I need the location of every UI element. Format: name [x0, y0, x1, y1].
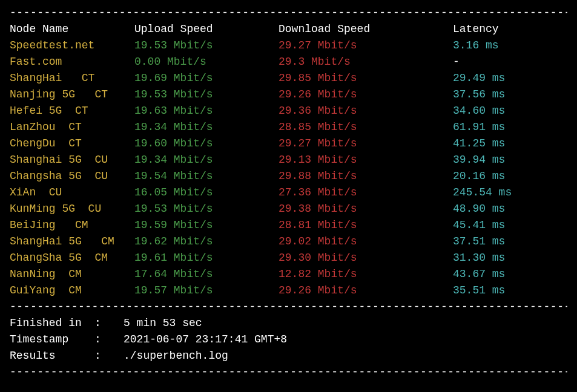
node-name: Nanjing 5G CT [10, 87, 134, 103]
download-speed: 29.27 Mbit/s [279, 136, 453, 152]
table-row: NanNing CM17.64 Mbit/s12.82 Mbit/s43.67 … [10, 266, 567, 283]
footer-sep: : [94, 348, 124, 364]
upload-speed: 19.61 Mbit/s [134, 250, 279, 266]
latency: - [453, 54, 567, 70]
download-speed: 12.82 Mbit/s [279, 266, 453, 283]
upload-speed: 19.53 Mbit/s [134, 38, 279, 54]
node-name: LanZhou CT [10, 119, 134, 136]
node-name: Speedtest.net [10, 38, 134, 54]
latency: 34.60 ms [453, 103, 567, 119]
latency: 37.56 ms [453, 87, 567, 103]
table-row: Shanghai 5G CU19.34 Mbit/s29.13 Mbit/s39… [10, 152, 567, 168]
footer-finished: Finished in : 5 min 53 sec [10, 315, 567, 332]
upload-speed: 19.34 Mbit/s [134, 119, 279, 136]
node-name: Hefei 5G CT [10, 103, 134, 119]
latency: 61.91 ms [453, 119, 567, 136]
download-speed: 29.38 Mbit/s [279, 201, 453, 217]
upload-speed: 19.69 Mbit/s [134, 70, 279, 87]
latency: 37.51 ms [453, 234, 567, 250]
table-row: GuiYang CM19.57 Mbit/s29.26 Mbit/s35.51 … [10, 283, 567, 299]
divider-top: ----------------------------------------… [10, 5, 567, 21]
upload-speed: 16.05 Mbit/s [134, 185, 279, 201]
finished-label: Finished in [10, 315, 94, 332]
download-speed: 29.30 Mbit/s [279, 250, 453, 266]
download-speed: 29.26 Mbit/s [279, 283, 453, 299]
table-row: ChengDu CT19.60 Mbit/s29.27 Mbit/s41.25 … [10, 136, 567, 152]
latency: 3.16 ms [453, 38, 567, 54]
download-speed: 29.27 Mbit/s [279, 38, 453, 54]
results-value: ./superbench.log [124, 348, 228, 364]
download-speed: 28.85 Mbit/s [279, 119, 453, 136]
upload-speed: 19.59 Mbit/s [134, 217, 279, 234]
node-name: Fast.com [10, 54, 134, 70]
download-speed: 28.81 Mbit/s [279, 217, 453, 234]
divider-mid: ----------------------------------------… [10, 299, 567, 315]
timestamp-value: 2021-06-07 23:17:41 GMT+8 [124, 332, 287, 348]
node-name: ChengDu CT [10, 136, 134, 152]
table-row: Fast.com0.00 Mbit/s29.3 Mbit/s- [10, 54, 567, 70]
download-speed: 29.26 Mbit/s [279, 87, 453, 103]
upload-speed: 19.60 Mbit/s [134, 136, 279, 152]
upload-speed: 19.57 Mbit/s [134, 283, 279, 299]
header-node: Node Name [10, 21, 134, 38]
table-row: Hefei 5G CT19.63 Mbit/s29.36 Mbit/s34.60… [10, 103, 567, 119]
latency: 48.90 ms [453, 201, 567, 217]
node-name: XiAn CU [10, 185, 134, 201]
header-row: Node Name Upload Speed Download Speed La… [10, 21, 567, 38]
footer-sep: : [94, 332, 124, 348]
latency: 20.16 ms [453, 168, 567, 185]
finished-value: 5 min 53 sec [124, 315, 202, 332]
upload-speed: 19.53 Mbit/s [134, 87, 279, 103]
latency: 41.25 ms [453, 136, 567, 152]
node-name: ChangSha 5G CM [10, 250, 134, 266]
latency: 29.49 ms [453, 70, 567, 87]
results-label: Results [10, 348, 94, 364]
upload-speed: 0.00 Mbit/s [134, 54, 279, 70]
node-name: Shanghai 5G CU [10, 152, 134, 168]
download-speed: 29.36 Mbit/s [279, 103, 453, 119]
table-row: XiAn CU16.05 Mbit/s27.36 Mbit/s245.54 ms [10, 185, 567, 201]
header-latency: Latency [453, 21, 567, 38]
latency: 245.54 ms [453, 185, 567, 201]
table-row: KunMing 5G CU19.53 Mbit/s29.38 Mbit/s48.… [10, 201, 567, 217]
node-name: KunMing 5G CU [10, 201, 134, 217]
latency: 45.41 ms [453, 217, 567, 234]
download-speed: 29.13 Mbit/s [279, 152, 453, 168]
download-speed: 29.85 Mbit/s [279, 70, 453, 87]
table-row: Changsha 5G CU19.54 Mbit/s29.88 Mbit/s20… [10, 168, 567, 185]
upload-speed: 17.64 Mbit/s [134, 266, 279, 283]
latency: 35.51 ms [453, 283, 567, 299]
footer-sep: : [94, 315, 124, 332]
latency: 43.67 ms [453, 266, 567, 283]
node-name: Changsha 5G CU [10, 168, 134, 185]
upload-speed: 19.34 Mbit/s [134, 152, 279, 168]
footer-timestamp: Timestamp : 2021-06-07 23:17:41 GMT+8 [10, 332, 567, 348]
download-speed: 29.3 Mbit/s [279, 54, 453, 70]
upload-speed: 19.62 Mbit/s [134, 234, 279, 250]
upload-speed: 19.54 Mbit/s [134, 168, 279, 185]
node-name: GuiYang CM [10, 283, 134, 299]
latency: 39.94 ms [453, 152, 567, 168]
node-name: ShangHai CT [10, 70, 134, 87]
table-row: LanZhou CT19.34 Mbit/s28.85 Mbit/s61.91 … [10, 119, 567, 136]
table-row: ShangHai CT19.69 Mbit/s29.85 Mbit/s29.49… [10, 70, 567, 87]
table-row: BeiJing CM19.59 Mbit/s28.81 Mbit/s45.41 … [10, 217, 567, 234]
node-name: NanNing CM [10, 266, 134, 283]
download-speed: 29.02 Mbit/s [279, 234, 453, 250]
download-speed: 29.88 Mbit/s [279, 168, 453, 185]
upload-speed: 19.63 Mbit/s [134, 103, 279, 119]
table-row: ChangSha 5G CM19.61 Mbit/s29.30 Mbit/s31… [10, 250, 567, 266]
upload-speed: 19.53 Mbit/s [134, 201, 279, 217]
table-row: ShangHai 5G CM19.62 Mbit/s29.02 Mbit/s37… [10, 234, 567, 250]
footer-results: Results : ./superbench.log [10, 348, 567, 364]
node-name: BeiJing CM [10, 217, 134, 234]
node-name: ShangHai 5G CM [10, 234, 134, 250]
timestamp-label: Timestamp [10, 332, 94, 348]
divider-bottom: ----------------------------------------… [10, 364, 567, 381]
table-row: Nanjing 5G CT19.53 Mbit/s29.26 Mbit/s37.… [10, 87, 567, 103]
header-upload: Upload Speed [134, 21, 279, 38]
table-row: Speedtest.net19.53 Mbit/s29.27 Mbit/s3.1… [10, 38, 567, 54]
latency: 31.30 ms [453, 250, 567, 266]
header-download: Download Speed [279, 21, 453, 38]
download-speed: 27.36 Mbit/s [279, 185, 453, 201]
